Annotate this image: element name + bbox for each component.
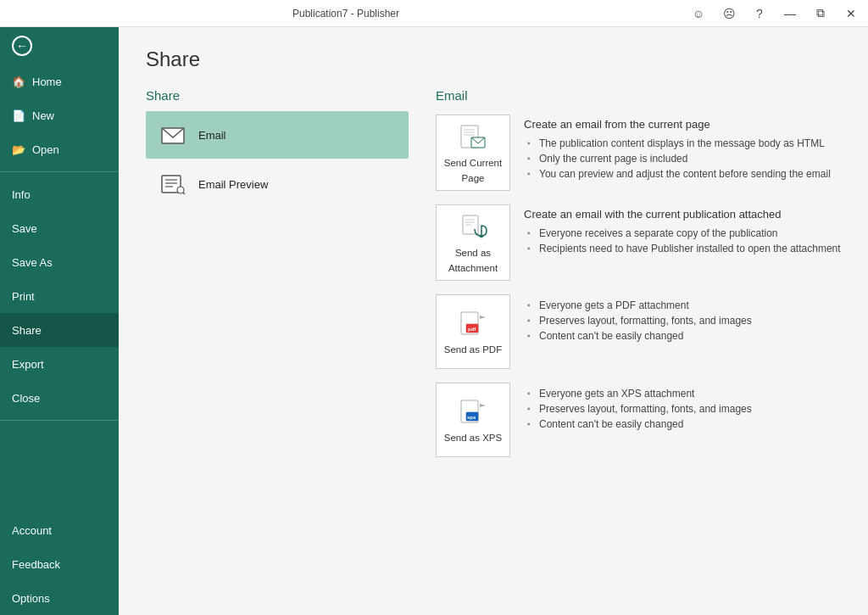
sidebar-item-save[interactable]: Save xyxy=(0,211,119,245)
sidebar-item-feedback[interactable]: Feedback xyxy=(0,547,119,581)
send-as-attachment-button[interactable]: Send as Attachment xyxy=(436,204,510,281)
frown-button[interactable]: ☹ xyxy=(715,0,743,27)
close-button[interactable]: ✕ xyxy=(837,0,865,27)
sidebar-item-print[interactable]: Print xyxy=(0,279,119,313)
send-as-attachment-label-1: Send as xyxy=(455,248,491,258)
sidebar-item-account[interactable]: Account xyxy=(0,513,119,547)
email-option-send-as-xps: xps Send as XPS Everyone gets an XPS att… xyxy=(436,383,841,457)
right-panel: Email Send Current Page xyxy=(436,88,841,471)
share-option-email-label: Email xyxy=(198,129,226,142)
send-current-page-label-1: Send Current xyxy=(444,158,502,168)
help-button[interactable]: ? xyxy=(746,0,773,27)
new-icon: 📄 xyxy=(12,109,25,122)
svg-line-6 xyxy=(183,193,185,194)
sidebar-divider-1 xyxy=(0,171,119,172)
sidebar-item-open-label: Open xyxy=(32,143,59,156)
back-icon: ← xyxy=(12,36,32,56)
email-icon xyxy=(158,120,188,150)
title-bar: Publication7 - Publisher ☺ ☹ ? — ⧉ ✕ xyxy=(0,0,868,27)
bullet-item: Only the current page is included xyxy=(524,151,841,166)
share-option-email-preview-label: Email Preview xyxy=(198,178,268,191)
minimize-button[interactable]: — xyxy=(776,0,804,27)
send-as-attachment-label-2: Attachment xyxy=(448,263,498,273)
bullet-item: Everyone gets an XPS attachment xyxy=(524,386,841,401)
send-as-pdf-label-1: Send as PDF xyxy=(444,344,502,355)
sidebar-item-options-label: Options xyxy=(12,592,50,605)
send-as-pdf-info: Everyone gets a PDF attachment Preserves… xyxy=(524,294,841,344)
sidebar-item-share[interactable]: Share xyxy=(0,313,119,347)
email-option-send-as-pdf: pdf Send as PDF Everyone gets a PDF atta… xyxy=(436,294,841,369)
sidebar-item-home[interactable]: 🏠 Home xyxy=(0,64,119,98)
svg-text:xps: xps xyxy=(467,415,476,420)
smiley-button[interactable]: ☺ xyxy=(685,0,712,27)
sidebar: ← 🏠 Home 📄 New 📂 Open Info Save Save As … xyxy=(0,27,119,615)
sidebar-item-export[interactable]: Export xyxy=(0,347,119,381)
sidebar-item-options[interactable]: Options xyxy=(0,581,119,615)
title-bar-controls: ☺ ☹ ? — ⧉ ✕ xyxy=(685,0,865,27)
sidebar-item-save-label: Save xyxy=(12,222,37,235)
bullet-item: Everyone gets a PDF attachment xyxy=(524,298,841,313)
email-option-send-as-attachment: Send as Attachment Create an email with … xyxy=(436,204,841,281)
sidebar-item-info[interactable]: Info xyxy=(0,177,119,211)
sidebar-divider-2 xyxy=(0,420,119,421)
sidebar-item-new-label: New xyxy=(32,109,54,122)
send-as-xps-button[interactable]: xps Send as XPS xyxy=(436,383,510,457)
home-icon: 🏠 xyxy=(12,75,25,88)
bullet-item: Content can't be easily changed xyxy=(524,328,841,344)
send-as-xps-bullets: Everyone gets an XPS attachment Preserve… xyxy=(524,386,841,432)
sidebar-item-info-label: Info xyxy=(12,188,31,201)
send-current-page-label-2: Page xyxy=(462,173,485,183)
sidebar-item-close[interactable]: Close xyxy=(0,381,119,415)
share-option-email-preview[interactable]: Email Preview xyxy=(146,160,409,208)
main-content: Share Share Email xyxy=(119,27,868,615)
bullet-item: You can preview and adjust the content b… xyxy=(524,166,841,182)
sidebar-item-save-as-label: Save As xyxy=(12,256,53,269)
bullet-item: Everyone receives a separate copy of the… xyxy=(524,226,841,241)
send-current-page-title: Create an email from the current page xyxy=(524,118,841,131)
send-as-attachment-info: Create an email with the current publica… xyxy=(524,204,841,256)
send-as-attachment-bullets: Everyone receives a separate copy of the… xyxy=(524,226,841,256)
email-section-label: Email xyxy=(436,88,841,103)
share-layout: Share Email xyxy=(146,88,841,471)
restore-button[interactable]: ⧉ xyxy=(807,0,834,27)
send-current-page-bullets: The publication content displays in the … xyxy=(524,136,841,182)
left-panel: Share Email xyxy=(146,88,409,471)
title-bar-center: Publication7 - Publisher xyxy=(7,8,685,20)
send-as-pdf-button[interactable]: pdf Send as PDF xyxy=(436,294,510,369)
sidebar-item-open[interactable]: 📂 Open xyxy=(0,132,119,166)
sidebar-item-account-label: Account xyxy=(12,524,52,537)
app-layout: ← 🏠 Home 📄 New 📂 Open Info Save Save As … xyxy=(0,27,868,615)
sidebar-item-share-label: Share xyxy=(12,324,42,337)
bullet-item: The publication content displays in the … xyxy=(524,136,841,151)
sidebar-item-export-label: Export xyxy=(12,358,44,371)
title-bar-title: Publication7 - Publisher xyxy=(292,8,399,20)
send-current-page-button[interactable]: Send Current Page xyxy=(436,115,510,191)
send-as-xps-info: Everyone gets an XPS attachment Preserve… xyxy=(524,383,841,432)
send-as-attachment-title: Create an email with the current publica… xyxy=(524,208,841,221)
sidebar-item-new[interactable]: 📄 New xyxy=(0,98,119,132)
send-current-page-info: Create an email from the current page Th… xyxy=(524,115,841,182)
send-as-pdf-bullets: Everyone gets a PDF attachment Preserves… xyxy=(524,298,841,344)
sidebar-item-home-label: Home xyxy=(32,75,62,88)
share-section-label: Share xyxy=(146,88,409,103)
open-icon: 📂 xyxy=(12,143,25,156)
sidebar-bottom: Account Feedback Options xyxy=(0,513,119,615)
sidebar-back-button[interactable]: ← xyxy=(0,27,119,64)
sidebar-item-save-as[interactable]: Save As xyxy=(0,245,119,279)
svg-point-5 xyxy=(177,187,184,193)
email-option-send-current-page: Send Current Page Create an email from t… xyxy=(436,115,841,191)
sidebar-item-close-label: Close xyxy=(12,392,40,405)
share-option-email[interactable]: Email xyxy=(146,111,409,159)
bullet-item: Preserves layout, formatting, fonts, and… xyxy=(524,313,841,328)
send-as-xps-label-1: Send as XPS xyxy=(444,433,502,443)
bullet-item: Content can't be easily changed xyxy=(524,417,841,432)
sidebar-item-feedback-label: Feedback xyxy=(12,558,60,571)
bullet-item: Recipients need to have Publisher instal… xyxy=(524,241,841,256)
sidebar-item-print-label: Print xyxy=(12,290,35,303)
page-title: Share xyxy=(146,48,841,71)
bullet-item: Preserves layout, formatting, fonts, and… xyxy=(524,401,841,417)
email-preview-icon xyxy=(158,169,188,199)
svg-text:pdf: pdf xyxy=(468,327,476,332)
